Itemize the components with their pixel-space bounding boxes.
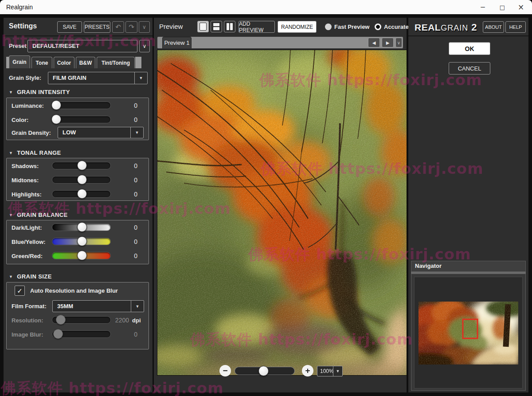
image-blur-value: 0 [120,331,137,338]
settings-panel: Settings SAVE PRESETS ↶ ↷ ∨ Preset DEFAU… [4,18,153,392]
presets-button[interactable]: PRESETS [84,21,110,33]
green-red-label: Green/Red: [12,253,43,259]
midtones-slider[interactable] [52,176,111,184]
help-button[interactable]: HELP [505,21,526,33]
zoom-in-button[interactable]: + [302,365,313,376]
midtones-value: 0 [120,176,137,184]
color-value: 0 [120,116,137,123]
minimize-icon: − [480,3,486,11]
preset-label: Preset [9,43,27,49]
about-button[interactable]: ABOUT [483,21,504,33]
grain-size-header[interactable]: ▼GRAIN SIZE [9,273,52,280]
prev-preview-button[interactable]: ◀ [368,38,380,47]
highlights-slider[interactable] [52,190,111,198]
window-title: Realgrain [6,0,33,14]
split-vertical-icon [227,23,233,30]
color-slider-thumb[interactable] [51,114,61,124]
tab-tone[interactable]: Tone [31,57,52,68]
chevron-down-icon: ▼ [130,127,143,138]
tab-color[interactable]: Color [54,57,74,68]
blue-yellow-slider[interactable] [52,238,111,245]
film-format-label: Film Format: [12,303,47,310]
color-label: Color: [12,117,28,123]
luminance-slider[interactable] [52,102,111,109]
preset-dropdown[interactable]: DEFAULT/RESET [27,40,137,52]
maximize-icon: □ [500,4,505,11]
preview-title: Preview [159,23,183,30]
shadows-slider[interactable] [52,162,111,169]
next-preview-button[interactable]: ▶ [382,38,394,47]
collapse-triangle-icon: ▼ [9,90,13,94]
chevron-down-icon: ▼ [131,301,144,312]
zoom-slider[interactable] [235,367,295,375]
realgrain-window: Realgrain − □ × Settings SAVE PRESETS ↶ … [0,0,532,396]
film-format-value: 35MM [57,301,73,312]
chevron-down-icon: ▼ [134,72,147,84]
save-button[interactable]: SAVE [57,21,82,33]
accurate-radio[interactable] [375,24,381,30]
shadows-slider-thumb[interactable] [77,161,87,170]
preset-value: DEFAULT/RESET [32,40,79,52]
dark-light-slider[interactable] [52,223,111,231]
maximize-button[interactable]: □ [494,0,511,14]
layout-split-vertical-button[interactable] [224,21,235,32]
accurate-label[interactable]: Accurate [384,24,409,30]
auto-resolution-checkbox[interactable]: ✓ [15,286,25,296]
preset-expand-button[interactable]: ∨ [139,40,150,52]
shadows-label: Shadows: [12,163,39,169]
tab-tint-toning[interactable]: Tint/Toning [97,57,135,68]
zoom-out-button[interactable]: − [219,365,231,376]
cancel-button[interactable]: CANCEL [449,62,490,74]
grain-density-dropdown[interactable]: LOW ▼ [58,127,144,138]
film-format-dropdown[interactable]: 35MM ▼ [52,300,144,312]
close-button[interactable]: × [512,0,529,14]
resolution-label: Resolution: [12,317,43,324]
tonal-range-header[interactable]: ▼TONAL RANGE [9,149,61,156]
layout-single-button[interactable] [197,21,209,32]
zoom-slider-thumb[interactable] [258,366,269,376]
green-red-slider[interactable] [52,252,111,259]
blue-yellow-slider-thumb[interactable] [77,236,87,246]
grain-density-label: Grain Density: [12,129,51,136]
color-slider[interactable] [52,116,111,123]
grain-balance-header[interactable]: ▼GRAIN BALANCE [9,212,68,218]
minimize-button[interactable]: − [474,0,491,14]
redo-icon: ↷ [129,23,134,31]
fast-preview-label[interactable]: Fast Preview [334,24,370,30]
action-panel: REALGRAIN2 ABOUT HELP OK CANCEL Navigato… [408,18,528,392]
undo-button[interactable]: ↶ [112,21,124,33]
luminance-slider-thumb[interactable] [51,100,61,110]
preview-menu-button[interactable]: ∨ [395,38,402,47]
green-red-value: 0 [120,252,137,259]
navigator-box [411,274,526,391]
settings-title: Settings [9,22,37,30]
zoom-level-dropdown[interactable]: 100% ▼ [317,366,343,376]
resolution-value: 2200 [108,317,129,324]
dark-light-slider-thumb[interactable] [77,222,87,232]
preview-image[interactable] [157,50,407,376]
tab-grain[interactable]: Grain [9,55,30,68]
preview-tab-1[interactable]: Preview 1 [162,37,192,48]
image-blur-slider-thumb [53,329,63,339]
ok-button[interactable]: OK [449,42,490,55]
midtones-slider-thumb[interactable] [77,175,87,184]
redo-button[interactable]: ↷ [125,21,137,33]
dark-light-value: 0 [120,224,137,231]
grain-style-dropdown[interactable]: FILM GRAIN ▼ [48,72,148,84]
history-menu-button[interactable]: ∨ [139,21,150,33]
navigator-canvas [414,277,523,388]
layout-split-horizontal-button[interactable] [211,21,222,32]
highlights-value: 0 [120,191,137,198]
green-red-slider-thumb[interactable] [77,251,87,260]
randomize-button[interactable]: RANDOMIZE [278,21,317,33]
tab-bw[interactable]: B&W [76,57,95,68]
add-preview-button[interactable]: ADD PREVIEW [239,21,275,33]
close-icon: × [518,3,524,12]
preview-tab-strip: Preview 1 ◀ ▶ ∨ [157,37,403,48]
grain-intensity-header[interactable]: ▼GRAIN INTENSITY [9,89,70,95]
chevron-down-icon: ▼ [333,366,342,376]
preview-panel: Preview ADD PREVIEW RANDOMIZE Fast Previ… [154,18,407,392]
fast-preview-radio[interactable] [325,24,332,30]
highlights-slider-thumb[interactable] [77,189,87,199]
auto-resolution-label: Auto Resolution and Image Blur [30,287,118,294]
